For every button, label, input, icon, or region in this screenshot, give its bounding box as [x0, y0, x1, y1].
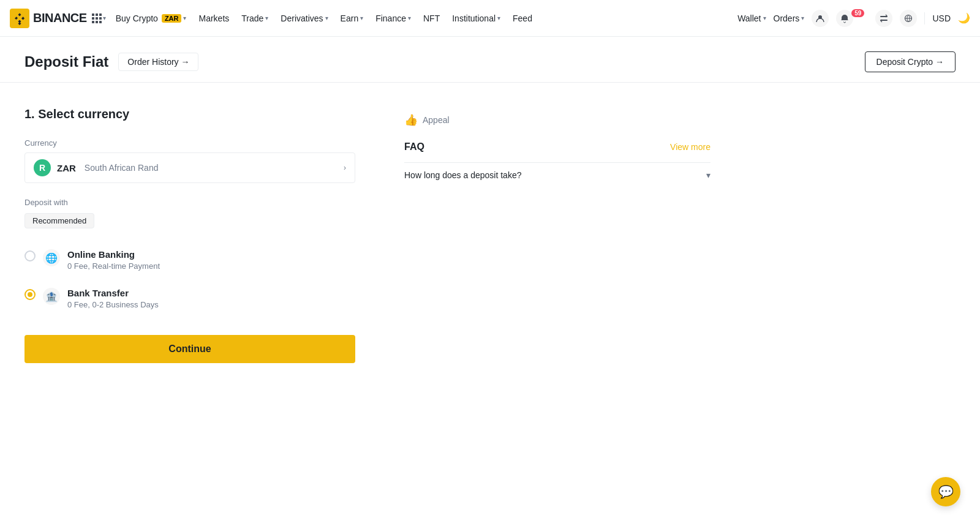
apps-grid-icon[interactable]: ▾	[92, 13, 106, 23]
bank-transfer-icon: 🏦	[43, 288, 60, 305]
order-history-button[interactable]: Order History →	[118, 53, 198, 71]
bell-icon	[836, 10, 853, 27]
nav-item-institutional[interactable]: Institutional ▾	[447, 10, 505, 27]
bank-transfer-name: Bank Transfer	[67, 288, 355, 298]
nav-item-markets[interactable]: Markets	[194, 10, 234, 27]
nav-orders[interactable]: Orders ▾	[774, 13, 805, 23]
main-content: 1. Select currency Currency R ZAR South …	[0, 83, 735, 388]
faq-chevron-down-icon: ▾	[706, 170, 710, 180]
chevron-down-icon: ▾	[325, 15, 328, 21]
nav-theme-toggle[interactable]: 🌙	[958, 12, 970, 24]
online-banking-desc: 0 Fee, Real-time Payment	[67, 261, 355, 271]
bank-transfer-info: Bank Transfer 0 Fee, 0-2 Business Days	[67, 288, 355, 309]
globe-icon	[900, 10, 917, 27]
nav-transfer[interactable]	[875, 10, 892, 27]
nav-item-trade[interactable]: Trade ▾	[236, 10, 273, 27]
recommended-tag: Recommended	[24, 213, 94, 228]
currency-label: Currency	[24, 138, 355, 148]
faq-title: FAQ	[404, 141, 424, 152]
nav-item-nft[interactable]: NFT	[418, 10, 445, 27]
currency-name: South African Rand	[85, 163, 159, 173]
nav-wallet[interactable]: Wallet ▾	[737, 13, 766, 23]
radio-selected-indicator	[28, 292, 32, 297]
step-title: 1. Select currency	[24, 107, 355, 121]
nav-item-earn[interactable]: Earn ▾	[336, 10, 369, 27]
nav-right: Wallet ▾ Orders ▾ 59	[737, 10, 970, 27]
deposit-with-label: Deposit with	[24, 198, 355, 207]
logo-text: BINANCE	[33, 11, 87, 25]
online-banking-info: Online Banking 0 Fee, Real-time Payment	[67, 249, 355, 271]
chevron-down-icon: ▾	[183, 15, 186, 21]
currency-icon: R	[34, 159, 51, 176]
chevron-down-icon: ▾	[265, 15, 268, 21]
nav-divider	[924, 12, 925, 24]
notification-count-badge: 59	[851, 9, 864, 17]
chevron-right-icon: ›	[344, 163, 346, 172]
bank-transfer-desc: 0 Fee, 0-2 Business Days	[67, 300, 355, 309]
navbar: BINANCE ▾ Buy Crypto ZAR ▾ Markets Trade…	[0, 0, 980, 37]
faq-question: How long does a deposit take?	[404, 170, 521, 180]
faq-header: FAQ View more	[404, 141, 710, 152]
chevron-down-icon: ▾	[360, 15, 363, 21]
appeal-label: Appeal	[423, 115, 450, 125]
currency-code: ZAR	[57, 163, 76, 173]
nav-notifications[interactable]: 59	[836, 10, 868, 27]
nav-item-derivatives[interactable]: Derivatives ▾	[276, 10, 333, 27]
nav-item-finance[interactable]: Finance ▾	[371, 10, 416, 27]
page-title: Deposit Fiat	[24, 53, 108, 70]
nav-profile[interactable]	[812, 10, 829, 27]
appeal-icon: 👍	[404, 113, 418, 127]
appeal-section: 👍 Appeal	[404, 113, 710, 127]
chevron-down-icon: ▾	[408, 15, 411, 21]
faq-view-more-link[interactable]: View more	[670, 142, 710, 152]
payment-option-online-banking[interactable]: 🌐 Online Banking 0 Fee, Real-time Paymen…	[24, 241, 355, 279]
page-header-left: Deposit Fiat Order History →	[24, 53, 198, 71]
online-banking-icon: 🌐	[43, 249, 60, 266]
continue-button[interactable]: Continue	[24, 335, 355, 363]
currency-selector[interactable]: R ZAR South African Rand ›	[24, 152, 355, 183]
nav-language[interactable]	[900, 10, 917, 27]
chevron-down-icon: ▾	[763, 15, 766, 21]
nav-currency[interactable]: USD	[932, 13, 951, 23]
logo[interactable]: BINANCE	[10, 9, 87, 28]
profile-icon	[812, 10, 829, 27]
chevron-down-icon: ▾	[497, 15, 500, 21]
payment-option-bank-transfer[interactable]: 🏦 Bank Transfer 0 Fee, 0-2 Business Days	[24, 279, 355, 318]
binance-logo-icon	[10, 9, 29, 28]
nav-item-feed[interactable]: Feed	[508, 10, 537, 27]
chevron-down-icon: ▾	[801, 15, 804, 21]
left-section: 1. Select currency Currency R ZAR South …	[24, 107, 355, 363]
nav-item-buy-crypto[interactable]: Buy Crypto ZAR ▾	[111, 10, 192, 27]
faq-item[interactable]: How long does a deposit take? ▾	[404, 162, 710, 187]
page-header: Deposit Fiat Order History → Deposit Cry…	[0, 37, 980, 83]
online-banking-name: Online Banking	[67, 249, 355, 260]
faq-section: FAQ View more How long does a deposit ta…	[404, 141, 710, 187]
deposit-crypto-button[interactable]: Deposit Crypto →	[865, 51, 956, 72]
nav-menu: Buy Crypto ZAR ▾ Markets Trade ▾ Derivat…	[111, 10, 738, 27]
svg-rect-0	[10, 9, 29, 28]
transfer-icon	[875, 10, 892, 27]
radio-online-banking[interactable]	[24, 250, 36, 261]
right-section: 👍 Appeal FAQ View more How long does a d…	[404, 107, 710, 363]
radio-bank-transfer[interactable]	[24, 289, 36, 300]
